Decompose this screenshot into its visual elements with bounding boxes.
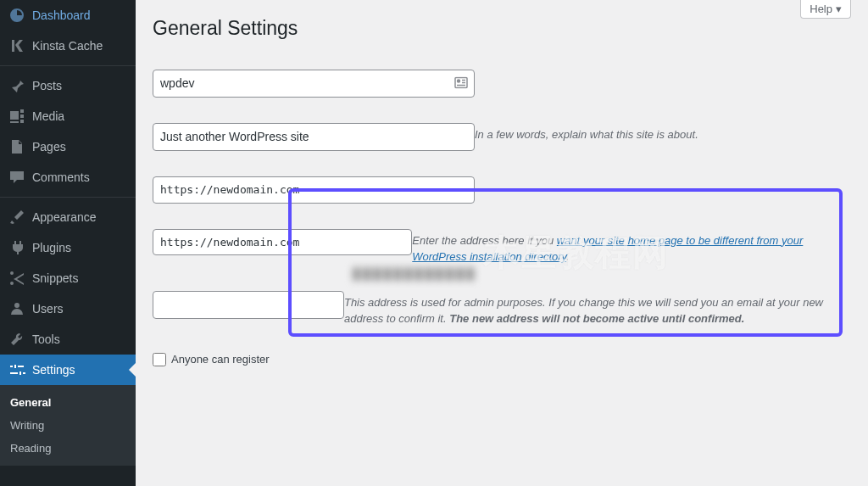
sidebar-item-users[interactable]: Users [0, 293, 136, 324]
sidebar-item-media[interactable]: Media [0, 101, 136, 131]
membership-checkbox[interactable] [153, 353, 166, 366]
sidebar-item-label: Kinsta Cache [32, 39, 103, 53]
dashboard-icon [8, 7, 25, 24]
sliders-icon [8, 361, 25, 378]
sidebar-item-label: Dashboard [32, 8, 91, 22]
wrench-icon [8, 331, 25, 348]
help-label: Help [810, 3, 832, 15]
menu-separator [0, 65, 136, 66]
sidebar-item-settings[interactable]: Settings [0, 355, 136, 385]
sidebar-item-tools[interactable]: Tools [0, 324, 136, 355]
sidebar-item-label: Tools [32, 332, 60, 346]
membership-checkbox-label[interactable]: Anyone can register [153, 353, 270, 366]
admin-sidebar: Dashboard Kinsta Cache Posts Media Pages… [0, 0, 136, 486]
pin-icon [8, 77, 25, 94]
email-input[interactable] [153, 291, 344, 319]
svg-point-1 [458, 80, 460, 82]
sidebar-item-comments[interactable]: Comments [0, 162, 136, 193]
page-title: General Settings [153, 17, 851, 40]
site-url-input[interactable] [153, 229, 412, 255]
settings-submenu: General Writing Reading [0, 385, 136, 466]
site-url-description: Enter the address here if you want your … [412, 232, 851, 265]
sidebar-item-label: Plugins [32, 241, 71, 254]
sidebar-item-label: Posts [32, 79, 62, 92]
help-tab[interactable]: Help ▾ [800, 0, 851, 19]
sidebar-item-plugins[interactable]: Plugins [0, 232, 136, 263]
sidebar-item-kinsta[interactable]: Kinsta Cache [0, 31, 136, 61]
sidebar-item-label: Snippets [32, 271, 78, 285]
sidebar-item-label: Pages [32, 140, 66, 154]
main-content: Help ▾ General Settings In a few words, … [136, 0, 868, 486]
tagline-input[interactable] [153, 123, 475, 151]
chevron-down-icon: ▾ [836, 3, 842, 15]
brush-icon [8, 209, 25, 226]
email-description: This address is used for admin purposes.… [344, 294, 851, 327]
media-icon [8, 108, 25, 125]
comment-icon [8, 169, 25, 186]
wp-url-input[interactable] [153, 176, 475, 203]
sidebar-item-label: Users [32, 302, 64, 316]
sidebar-item-posts[interactable]: Posts [0, 70, 136, 101]
tagline-description: In a few words, explain what this site i… [475, 126, 698, 143]
submenu-item-general[interactable]: General [0, 391, 136, 414]
submenu-item-writing[interactable]: Writing [0, 414, 136, 437]
sidebar-item-label: Comments [32, 170, 90, 184]
kinsta-icon [8, 37, 25, 54]
page-icon [8, 138, 25, 155]
plug-icon [8, 239, 25, 256]
scissors-icon [8, 270, 25, 287]
sidebar-item-appearance[interactable]: Appearance [0, 202, 136, 232]
card-icon [454, 76, 468, 91]
sidebar-item-label: Settings [32, 363, 75, 377]
user-icon [8, 300, 25, 317]
sidebar-item-pages[interactable]: Pages [0, 131, 136, 162]
sidebar-item-snippets[interactable]: Snippets [0, 263, 136, 293]
site-title-input[interactable] [153, 70, 475, 98]
menu-separator [0, 197, 136, 198]
sidebar-item-label: Media [32, 109, 64, 123]
email-blurred-value: ████████████ [353, 267, 477, 280]
sidebar-item-label: Appearance [32, 210, 97, 224]
sidebar-item-dashboard[interactable]: Dashboard [0, 0, 136, 31]
submenu-item-reading[interactable]: Reading [0, 437, 136, 460]
membership-checkbox-text: Anyone can register [171, 353, 270, 366]
